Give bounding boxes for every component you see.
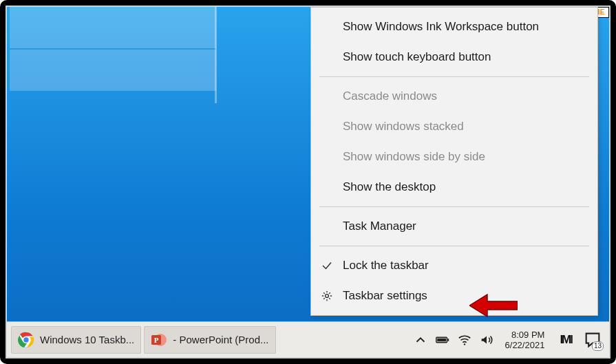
menu-item-label: Show Windows Ink Workspace button <box>343 20 539 34</box>
svg-rect-10 <box>437 338 446 341</box>
gear-icon <box>319 288 334 303</box>
menu-task-manager[interactable]: Task Manager <box>311 211 597 242</box>
taskbar-app-label: - PowerPoint (Prod... <box>173 334 268 345</box>
clock-date: 6/22/2021 <box>505 340 545 350</box>
volume-icon[interactable] <box>479 332 494 347</box>
taskbar-app-chrome[interactable]: Windows 10 Taskb... <box>11 326 141 354</box>
menu-separator <box>319 246 589 246</box>
menu-show-ink-workspace[interactable]: Show Windows Ink Workspace button <box>311 12 597 42</box>
menu-item-label: Task Manager <box>343 220 416 233</box>
menu-item-label: Show windows stacked <box>343 120 464 133</box>
taskbar[interactable]: Windows 10 Taskb... P - PowerPoint (Prod… <box>7 321 609 357</box>
menu-lock-the-taskbar[interactable]: Lock the taskbar <box>311 250 597 281</box>
menu-show-windows-stacked[interactable]: Show windows stacked <box>311 111 597 142</box>
menu-item-label: Show windows side by side <box>343 150 485 164</box>
chrome-icon <box>18 332 34 348</box>
menu-item-label: Taskbar settings <box>343 289 427 303</box>
battery-icon[interactable] <box>435 332 450 347</box>
wallpaper-pane <box>10 6 216 48</box>
menu-separator <box>319 76 589 77</box>
system-tray: 8:09 PM 6/22/2021 lMl 13 <box>413 330 605 350</box>
svg-text:P: P <box>154 336 159 344</box>
wallpaper-pane <box>10 50 216 91</box>
taskbar-app-powerpoint[interactable]: P - PowerPoint (Prod... <box>144 326 275 354</box>
notification-count-badge: 13 <box>592 341 604 351</box>
menu-show-touch-keyboard[interactable]: Show touch keyboard button <box>311 42 597 72</box>
menu-item-label: Show the desktop <box>343 180 436 194</box>
svg-point-12 <box>463 343 465 345</box>
menu-separator <box>319 206 589 207</box>
taskbar-clock[interactable]: 8:09 PM 6/22/2021 <box>501 330 549 350</box>
menu-show-windows-side-by-side[interactable]: Show windows side by side <box>311 142 597 172</box>
powerpoint-icon: P <box>151 332 167 348</box>
svg-rect-11 <box>447 339 449 341</box>
svg-point-0 <box>326 295 329 298</box>
menu-item-label: Show touch keyboard button <box>343 50 491 64</box>
menu-show-the-desktop[interactable]: Show the desktop <box>311 172 597 202</box>
taskbar-context-menu: Show Windows Ink Workspace button Show t… <box>310 7 598 316</box>
tray-app-icon[interactable]: lMl <box>555 333 576 347</box>
action-center-icon[interactable]: 13 <box>583 330 602 350</box>
menu-taskbar-settings[interactable]: Taskbar settings <box>311 281 597 311</box>
wifi-icon[interactable] <box>457 332 472 347</box>
wallpaper-divider <box>215 6 217 103</box>
tray-overflow-chevron-icon[interactable] <box>413 332 428 347</box>
menu-cascade-windows[interactable]: Cascade windows <box>311 81 597 111</box>
check-icon <box>319 258 334 273</box>
desktop: TECHJUNKIE Show Windows Ink Workspace bu… <box>6 6 610 358</box>
taskbar-app-label: Windows 10 Taskb... <box>40 334 134 345</box>
menu-item-label: Lock the taskbar <box>343 259 429 272</box>
menu-item-label: Cascade windows <box>343 89 437 103</box>
clock-time: 8:09 PM <box>511 330 544 340</box>
